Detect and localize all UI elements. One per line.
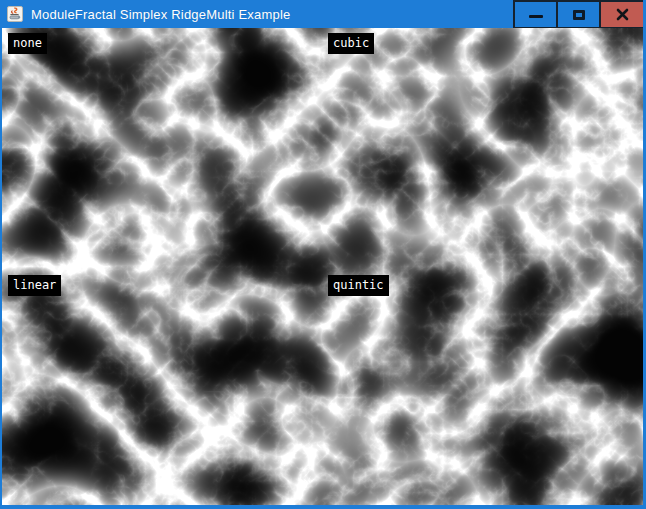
close-icon [616,8,629,21]
app-window: ModuleFractal Simplex RidgeMulti Example… [0,0,646,509]
maximize-icon [573,10,585,20]
minimize-button[interactable] [513,2,556,27]
interp-label-none: none [8,33,47,54]
window-controls [513,0,643,28]
interp-label-linear: linear [8,275,61,296]
minimize-icon [529,15,543,18]
noise-content-area: none cubic linear quintic [2,28,643,505]
noise-canvas [2,28,643,505]
close-button[interactable] [599,2,643,27]
java-application-icon[interactable] [7,6,23,22]
interp-label-quintic: quintic [328,275,389,296]
window-title: ModuleFractal Simplex RidgeMulti Example [31,7,290,22]
interp-label-cubic: cubic [328,33,374,54]
maximize-button[interactable] [556,2,599,27]
